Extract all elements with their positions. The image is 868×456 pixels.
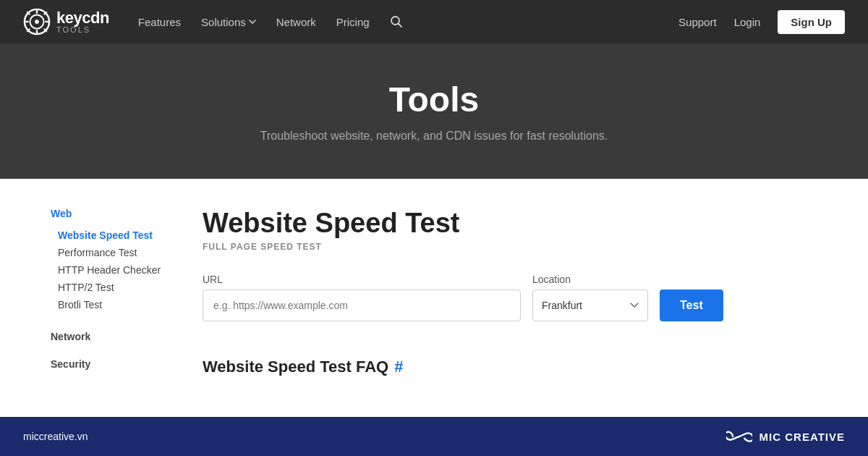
sidebar: Web Website Speed Test Performance Test … — [51, 208, 174, 376]
faq-title: Website Speed Test FAQ # — [203, 358, 817, 376]
hero-title: Tools — [14, 80, 854, 119]
sidebar-item-http2-test[interactable]: HTTP/2 Test — [51, 279, 174, 296]
location-select[interactable]: Frankfurt New York London Singapore Toky… — [532, 290, 648, 321]
location-form-group: Location Frankfurt New York London Singa… — [532, 274, 648, 321]
faq-section: Website Speed Test FAQ # — [203, 358, 817, 376]
nav-network[interactable]: Network — [276, 16, 316, 28]
page-subtitle: Full Page Speed Test — [203, 242, 817, 252]
sidebar-items-web: Website Speed Test Performance Test HTTP… — [51, 227, 174, 313]
svg-point-2 — [35, 20, 39, 24]
nav-support[interactable]: Support — [678, 16, 717, 28]
hero-section: Tools Troubleshoot website, network, and… — [0, 43, 868, 179]
page-content: Website Speed Test Full Page Speed Test … — [203, 208, 817, 376]
faq-anchor-link[interactable]: # — [394, 358, 403, 376]
sidebar-group-title-security: Security — [51, 358, 174, 370]
sidebar-item-performance-test[interactable]: Performance Test — [51, 244, 174, 261]
sidebar-item-website-speed-test[interactable]: Website Speed Test — [51, 227, 174, 244]
url-form-group: URL — [203, 274, 521, 321]
main-content: Web Website Speed Test Performance Test … — [36, 179, 832, 405]
search-icon[interactable] — [390, 15, 403, 28]
hero-subtitle: Troubleshoot website, network, and CDN i… — [14, 130, 854, 143]
sidebar-group-web: Web Website Speed Test Performance Test … — [51, 208, 174, 313]
sidebar-item-brotli-test[interactable]: Brotli Test — [51, 296, 174, 313]
nav-login[interactable]: Login — [734, 16, 761, 28]
signup-button[interactable]: Sign Up — [778, 10, 845, 34]
nav-right: Support Login Sign Up — [678, 10, 845, 34]
url-input[interactable] — [203, 290, 521, 321]
logo-sub-text: Tools — [56, 26, 109, 34]
sidebar-group-security: Security — [51, 358, 174, 370]
sidebar-item-http-header-checker[interactable]: HTTP Header Checker — [51, 261, 174, 279]
navbar: keycdn Tools Features Solutions Network … — [0, 0, 868, 43]
sidebar-group-title-network: Network — [51, 331, 174, 342]
nav-features[interactable]: Features — [138, 16, 181, 28]
url-label: URL — [203, 274, 521, 285]
chevron-down-icon — [249, 20, 256, 24]
logo-main-text: keycdn — [56, 10, 109, 26]
keycdn-logo-icon — [23, 8, 51, 35]
logo-link[interactable]: keycdn Tools — [23, 8, 109, 35]
test-button[interactable]: Test — [660, 290, 723, 321]
sidebar-group-title-web: Web — [51, 208, 174, 219]
svg-line-12 — [398, 24, 401, 28]
nav-solutions[interactable]: Solutions — [201, 16, 256, 28]
page-title: Website Speed Test — [203, 208, 817, 239]
location-label: Location — [532, 274, 648, 285]
sidebar-group-network: Network — [51, 331, 174, 342]
nav-links: Features Solutions Network Pricing — [138, 15, 678, 28]
nav-pricing[interactable]: Pricing — [336, 16, 370, 28]
speed-test-form: URL Location Frankfurt New York London S… — [203, 274, 817, 321]
